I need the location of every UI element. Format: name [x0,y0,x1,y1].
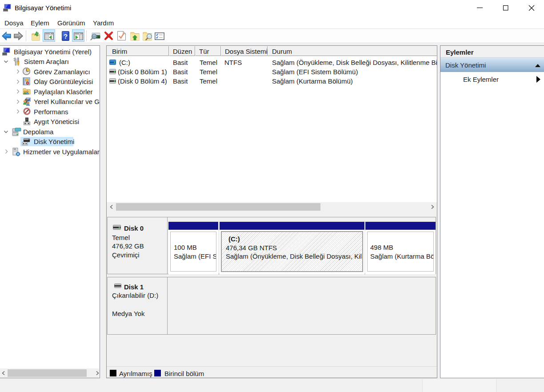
svg-text:?: ? [64,32,68,40]
